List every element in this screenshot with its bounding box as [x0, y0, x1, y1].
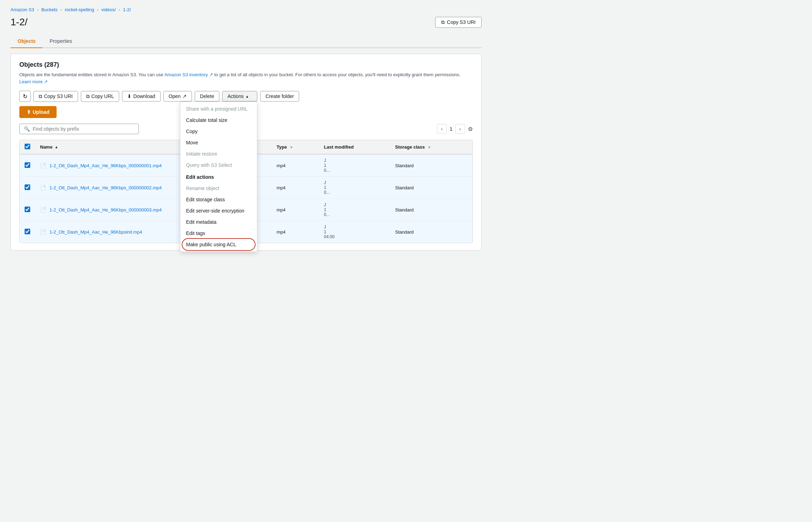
- tabs: Objects Properties: [11, 35, 482, 48]
- breadcrumb-1-2[interactable]: 1-2/: [123, 7, 131, 12]
- highlight-circle: [182, 238, 256, 251]
- create-folder-button[interactable]: Create folder: [260, 91, 299, 102]
- dropdown-edit-tags[interactable]: Edit tags: [180, 228, 257, 239]
- row-2-type: mp4: [272, 177, 319, 199]
- breadcrumb-amazon-s3[interactable]: Amazon S3: [11, 7, 34, 12]
- header-select-all: [20, 140, 35, 154]
- row-4-checkbox-cell: [20, 221, 35, 243]
- row-3-checkbox[interactable]: [25, 207, 30, 212]
- actions-dropdown: Share with a presigned URL Calculate tot…: [180, 102, 257, 252]
- name-sort-icon: ▲: [54, 145, 58, 149]
- row-3-last-modified: J10...: [319, 199, 390, 221]
- search-icon: 🔍: [24, 126, 30, 132]
- row-4-storage-class: Standard: [390, 221, 472, 243]
- row-3-name-link[interactable]: 1-2_Ott_Dash_Mp4_Aac_He_96Kbps_000000003…: [50, 207, 162, 213]
- objects-title: Objects (287): [19, 61, 473, 68]
- row-1-checkbox-cell: [20, 154, 35, 177]
- row-4-name-link[interactable]: 1-2_Ott_Dash_Mp4_Aac_He_96Kbpsinit.mp4: [50, 229, 142, 235]
- breadcrumb-sep-2: ›: [60, 7, 62, 12]
- row-1-storage-class: Standard: [390, 154, 472, 177]
- search-input[interactable]: [33, 126, 134, 132]
- row-1-checkbox[interactable]: [25, 162, 30, 168]
- dropdown-edit-actions-header: Edit actions: [180, 171, 257, 183]
- copy-url-button[interactable]: ⧉ Copy URL: [81, 91, 120, 102]
- refresh-button[interactable]: ↻: [19, 91, 31, 102]
- row-3-storage-class: Standard: [390, 199, 472, 221]
- search-box: 🔍: [19, 124, 139, 134]
- row-2-last-modified: J10...: [319, 177, 390, 199]
- type-sort-icon: ▼: [290, 145, 293, 149]
- header-type: Type ▼: [272, 140, 319, 154]
- copy-url-icon: ⧉: [86, 93, 90, 99]
- header-storage-class: Storage class ▼: [390, 140, 472, 154]
- row-3-checkbox-cell: [20, 199, 35, 221]
- dropdown-calculate-size[interactable]: Calculate total size: [180, 115, 257, 126]
- header-last-modified: Last modified: [319, 140, 390, 154]
- tab-properties[interactable]: Properties: [43, 35, 79, 48]
- inventory-link[interactable]: Amazon S3 inventory ↗: [165, 72, 214, 77]
- file-icon: 📄: [40, 207, 46, 213]
- row-2-checkbox[interactable]: [25, 184, 30, 190]
- select-all-checkbox[interactable]: [25, 144, 30, 149]
- dropdown-rename-object[interactable]: Rename object: [180, 183, 257, 194]
- actions-caret-icon: ▲: [245, 94, 249, 98]
- next-page-button[interactable]: ›: [455, 124, 465, 134]
- row-4-type: mp4: [272, 221, 319, 243]
- dropdown-make-public-acl[interactable]: Make public using ACL: [180, 239, 257, 250]
- row-2-storage-class: Standard: [390, 177, 472, 199]
- copy-s3-icon: ⧉: [39, 93, 42, 99]
- actions-button[interactable]: Actions ▲: [222, 91, 257, 102]
- pagination-current: 1: [450, 126, 452, 132]
- main-card: Objects (287) Objects are the fundamenta…: [11, 54, 482, 250]
- breadcrumb-sep-4: ›: [119, 7, 120, 12]
- copy-s3-uri-header-button[interactable]: ⧉ Copy S3 URI: [435, 17, 482, 28]
- copy-icon: ⧉: [441, 19, 445, 25]
- upload-button[interactable]: ⬆ Upload: [19, 106, 57, 118]
- row-3-type: mp4: [272, 199, 319, 221]
- tab-objects[interactable]: Objects: [11, 35, 43, 48]
- storage-class-sort-icon: ▼: [427, 145, 431, 149]
- pagination-settings-button[interactable]: ⚙: [468, 126, 473, 132]
- breadcrumb-sep-3: ›: [97, 7, 98, 12]
- row-1-type: mp4: [272, 154, 319, 177]
- dropdown-edit-server-side-encryption[interactable]: Edit server-side encryption: [180, 205, 257, 216]
- breadcrumb: Amazon S3 › Buckets › rocket-spelling › …: [11, 7, 482, 12]
- objects-description: Objects are the fundamental entities sto…: [19, 71, 473, 85]
- open-external-icon: ↗: [182, 93, 187, 99]
- dropdown-share-presigned[interactable]: Share with a presigned URL: [180, 103, 257, 115]
- pagination: ‹ 1 › ⚙: [437, 124, 473, 134]
- learn-more-link[interactable]: Learn more ↗: [19, 79, 48, 84]
- dropdown-query-s3-select[interactable]: Query with S3 Select: [180, 159, 257, 171]
- actions-wrapper: Actions ▲ Share with a presigned URL Cal…: [222, 91, 257, 102]
- breadcrumb-videos[interactable]: videos/: [101, 7, 116, 12]
- page-header: 1-2/ ⧉ Copy S3 URI: [11, 17, 482, 28]
- row-4-checkbox[interactable]: [25, 229, 30, 234]
- row-4-last-modified: J104:00: [319, 221, 390, 243]
- download-button[interactable]: ⬇ Download: [122, 91, 160, 102]
- dropdown-copy[interactable]: Copy: [180, 126, 257, 137]
- prev-page-button[interactable]: ‹: [437, 124, 447, 134]
- open-button[interactable]: Open ↗: [163, 91, 192, 102]
- row-1-last-modified: J10...: [319, 154, 390, 177]
- breadcrumb-rocket-spelling[interactable]: rocket-spelling: [65, 7, 94, 12]
- file-icon: 📄: [40, 229, 46, 235]
- row-2-checkbox-cell: [20, 177, 35, 199]
- dropdown-edit-storage-class[interactable]: Edit storage class: [180, 194, 257, 205]
- row-1-name-link[interactable]: 1-2_Ott_Dash_Mp4_Aac_He_96Kbps_000000001…: [50, 163, 162, 168]
- breadcrumb-buckets[interactable]: Buckets: [41, 7, 58, 12]
- copy-s3-uri-button[interactable]: ⧉ Copy S3 URI: [33, 91, 78, 102]
- breadcrumb-sep-1: ›: [37, 7, 38, 12]
- file-icon: 📄: [40, 185, 46, 190]
- dropdown-move[interactable]: Move: [180, 137, 257, 148]
- toolbar: ↻ ⧉ Copy S3 URI ⧉ Copy URL ⬇ Download Op…: [19, 91, 473, 102]
- upload-icon: ⬆: [27, 109, 31, 115]
- dropdown-initiate-restore[interactable]: Initiate restore: [180, 148, 257, 159]
- row-2-name-link[interactable]: 1-2_Ott_Dash_Mp4_Aac_He_96Kbps_000000002…: [50, 185, 162, 190]
- download-icon: ⬇: [127, 93, 131, 99]
- page-title: 1-2/: [11, 17, 27, 28]
- dropdown-edit-metadata[interactable]: Edit metadata: [180, 216, 257, 228]
- file-icon: 📄: [40, 163, 46, 168]
- delete-button[interactable]: Delete: [195, 91, 219, 102]
